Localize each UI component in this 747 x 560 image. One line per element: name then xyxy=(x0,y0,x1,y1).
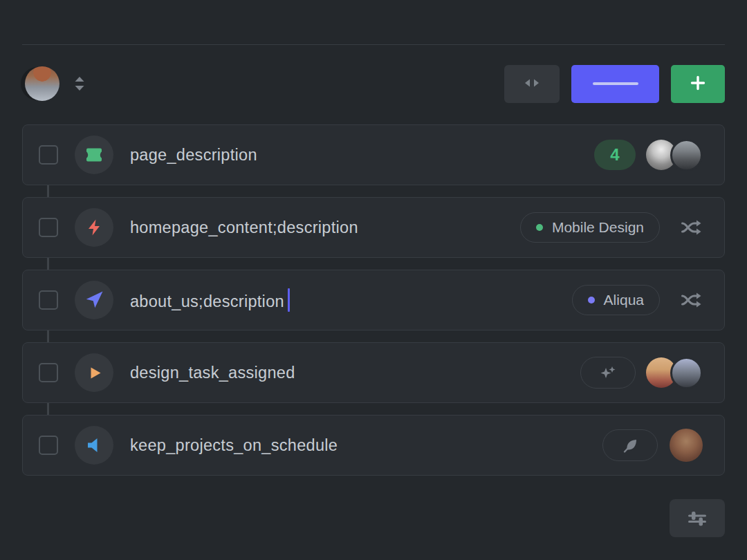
row-right: 4 xyxy=(594,139,703,171)
assignee-avatar[interactable] xyxy=(670,429,703,462)
ai-sparkles-button[interactable] xyxy=(580,357,636,389)
leaf-icon xyxy=(620,436,640,455)
shuffle-icon xyxy=(679,289,703,311)
user-block xyxy=(22,66,86,101)
assignee-avatars xyxy=(646,139,703,171)
top-divider xyxy=(22,44,725,45)
task-type-circle xyxy=(75,426,113,465)
task-type-circle xyxy=(75,208,113,247)
expand-columns-button[interactable] xyxy=(504,65,560,103)
subtask-count-badge: 4 xyxy=(594,140,636,170)
lightning-icon xyxy=(84,217,104,238)
task-title: keep_projects_on_schedule xyxy=(130,436,338,455)
tag-label: Mobile Design xyxy=(552,219,644,236)
leaf-button[interactable] xyxy=(602,429,658,461)
row-connector-line xyxy=(47,330,49,342)
row-right: Aliqua xyxy=(572,285,703,315)
horizontal-expand-arrows-icon xyxy=(521,72,543,96)
task-title: design_task_assigned xyxy=(130,364,295,382)
add-button[interactable] xyxy=(671,65,725,103)
header-actions xyxy=(504,65,725,103)
project-tag[interactable]: Mobile Design xyxy=(520,212,660,243)
task-row-about-us[interactable]: about_us;description Aliqua xyxy=(22,270,725,330)
row-connector-line xyxy=(47,258,49,270)
assignee-avatars xyxy=(646,357,703,389)
assignee-avatars xyxy=(658,429,703,462)
task-checkbox[interactable] xyxy=(39,363,58,382)
row-gap xyxy=(22,185,725,197)
row-gap xyxy=(22,403,725,415)
task-row-page-description[interactable]: page_description 4 xyxy=(22,124,725,185)
tag-label: Aliqua xyxy=(604,292,644,308)
row-gap xyxy=(22,258,725,270)
task-list: page_description 4 homepage_content;desc… xyxy=(22,124,725,476)
task-checkbox[interactable] xyxy=(39,290,58,310)
task-type-circle xyxy=(75,136,113,174)
shuffle-button[interactable] xyxy=(679,289,703,311)
sort-arrows-icon[interactable] xyxy=(73,75,86,93)
task-row-keep-projects[interactable]: keep_projects_on_schedule xyxy=(22,415,725,476)
project-tag[interactable]: Aliqua xyxy=(572,285,660,315)
task-type-circle xyxy=(75,353,113,392)
filter-settings-button[interactable] xyxy=(670,499,725,537)
header xyxy=(22,64,725,103)
task-row-homepage-content[interactable]: homepage_content;description Mobile Desi… xyxy=(22,197,725,258)
row-right xyxy=(580,357,703,389)
ticket-icon xyxy=(84,144,104,165)
task-checkbox[interactable] xyxy=(39,145,58,165)
task-title: homepage_content;description xyxy=(130,218,358,237)
plus-icon xyxy=(688,73,708,95)
megaphone-icon xyxy=(84,435,104,456)
task-checkbox[interactable] xyxy=(39,436,58,455)
task-checkbox[interactable] xyxy=(39,218,58,237)
tag-dot xyxy=(588,297,595,304)
row-connector-line xyxy=(47,403,49,415)
sparkles-icon xyxy=(598,363,618,382)
placeholder-line xyxy=(593,82,638,86)
assignee-avatar[interactable] xyxy=(670,357,703,389)
assignee-avatar[interactable] xyxy=(670,139,703,171)
task-row-design-task[interactable]: design_task_assigned xyxy=(22,342,725,403)
paper-plane-icon xyxy=(84,290,104,310)
row-connector-line xyxy=(47,185,49,197)
task-title-edit-field[interactable]: about_us;description xyxy=(130,288,290,312)
text-caret xyxy=(288,288,290,312)
task-type-circle xyxy=(75,281,113,319)
shuffle-button[interactable] xyxy=(679,216,703,239)
tag-dot xyxy=(536,224,543,231)
play-icon xyxy=(84,362,104,383)
primary-action-button[interactable] xyxy=(571,65,659,103)
task-title: page_description xyxy=(130,146,257,165)
sliders-icon xyxy=(686,507,708,530)
row-gap xyxy=(22,330,725,342)
user-avatar[interactable] xyxy=(25,66,59,101)
task-list-app: page_description 4 homepage_content;desc… xyxy=(0,0,747,560)
row-right: Mobile Design xyxy=(520,212,703,243)
row-right xyxy=(602,429,703,462)
shuffle-icon xyxy=(679,216,703,239)
